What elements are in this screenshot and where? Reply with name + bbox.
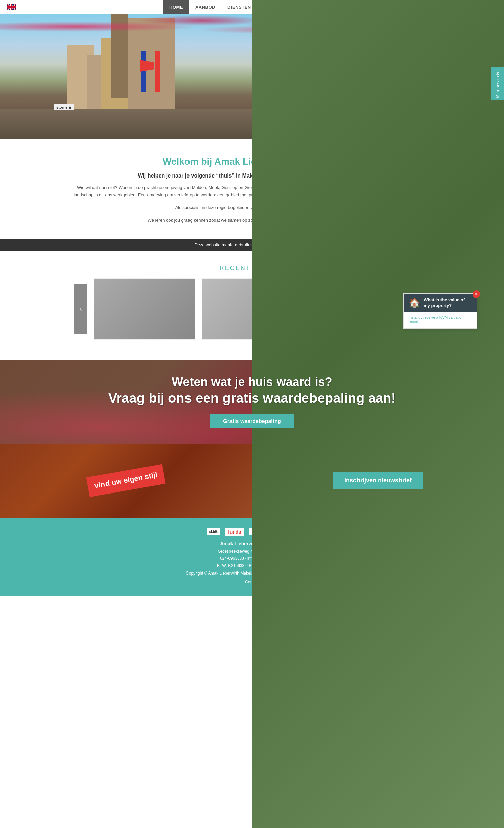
waardebepaling-title1: Weten wat je huis waard is? [108,375,396,389]
footer-phone: 024-6963333 [220,556,244,561]
nieuwsbrief-button[interactable]: Inschrijven nieuwsbrief [333,472,423,489]
waardebepaling-button[interactable]: Gratis waardebepaling [210,414,294,428]
waardebepaling-title2: Vraag bij ons een gratis waardebepaling … [108,391,396,406]
valuation-popup: × 🏠 What is the value of my property? In… [403,293,477,329]
skblk-logo: skblk [207,528,221,535]
footer-separator: · [245,556,247,561]
valuation-title: What is the value of my property? [424,297,472,309]
footer-btw: BTW: B21563324B01 [217,563,256,568]
house-icon: 🏠 [409,297,420,308]
nav-aanbod[interactable]: AANBOD [189,0,221,14]
valuation-nvm-link[interactable]: Instantly receive a NVM valuation report… [409,315,472,323]
mijn-favorieten-tab[interactable]: Mijn favorieten [491,67,504,100]
flag-icon [7,4,16,10]
nav-home[interactable]: HOME [163,0,189,14]
property-card[interactable] [94,278,195,340]
carousel-prev-button[interactable]: ‹ [74,284,87,334]
nieuwsbrief-left: vind uw eigen stijl [0,444,252,518]
valuation-header: 🏠 What is the value of my property? [404,294,477,312]
funda-logo: funda [225,528,244,536]
nieuwsbrief-section: vind uw eigen stijl Inschrijven nieuwsbr… [0,444,504,518]
nieuwsbrief-right: Inschrijven nieuwsbrief [252,444,504,518]
valuation-close-button[interactable]: × [473,290,480,298]
property-card-image [94,279,195,339]
nav-diensten[interactable]: DIENSTEN [221,0,257,14]
